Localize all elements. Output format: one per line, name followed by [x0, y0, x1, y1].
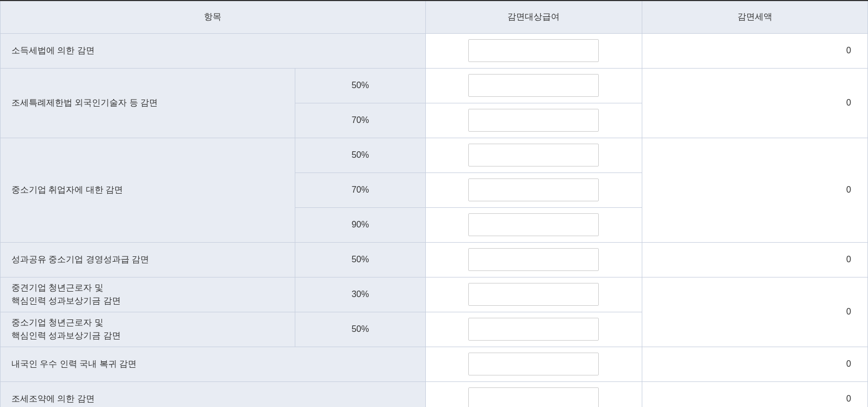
rate-sme-70: 70%	[295, 172, 425, 207]
header-eligible-salary: 감면대상급여	[425, 1, 642, 33]
input-cell	[425, 138, 642, 172]
input-cell	[425, 103, 642, 138]
table-row: 조세특례제한법 외국인기술자 등 감면 50% 0	[1, 68, 868, 103]
table-row: 중소기업 취업자에 대한 감면 50% 0	[1, 138, 868, 172]
amount-sme-employee: 0	[642, 138, 868, 242]
tax-reduction-table: 항목 감면대상급여 감면세액 소득세법에 의한 감면 0 조세특례제한법 외국인…	[0, 0, 868, 407]
rate-midsize-30: 30%	[295, 277, 425, 312]
input-cell	[425, 33, 642, 68]
rate-foreign-50: 50%	[295, 68, 425, 103]
salary-input-income-tax[interactable]	[468, 39, 599, 62]
row-label-foreign-engineer: 조세특례제한법 외국인기술자 등 감면	[1, 68, 295, 138]
rate-foreign-70: 70%	[295, 103, 425, 138]
amount-performance-sharing: 0	[642, 242, 868, 277]
row-label-sme-employee: 중소기업 취업자에 대한 감면	[1, 138, 295, 242]
rate-sme-90: 90%	[295, 207, 425, 242]
amount-youth-fund: 0	[642, 277, 868, 347]
table-row: 중견기업 청년근로자 및 핵심인력 성과보상기금 감면 30% 0	[1, 277, 868, 312]
table-row: 조세조약에 의한 감면 0	[1, 381, 868, 407]
input-cell	[425, 68, 642, 103]
row-label-tax-treaty: 조세조약에 의한 감면	[1, 381, 426, 407]
amount-tax-treaty: 0	[642, 381, 868, 407]
sme-youth-line2: 핵심인력 성과보상기금 감면	[11, 331, 121, 340]
row-label-sme-youth: 중소기업 청년근로자 및 핵심인력 성과보상기금 감면	[1, 312, 295, 347]
input-cell	[425, 312, 642, 347]
rate-sme-50: 50%	[295, 138, 425, 172]
table-row: 내국인 우수 인력 국내 복귀 감면 0	[1, 347, 868, 381]
input-cell	[425, 242, 642, 277]
salary-input-foreign-50[interactable]	[468, 74, 599, 97]
midsize-youth-line1: 중견기업 청년근로자 및	[11, 283, 103, 292]
input-cell	[425, 381, 642, 407]
input-cell	[425, 347, 642, 381]
input-cell	[425, 277, 642, 312]
amount-income-tax: 0	[642, 33, 868, 68]
salary-input-sme-70[interactable]	[468, 178, 599, 201]
salary-input-midsize-youth[interactable]	[468, 283, 599, 306]
salary-input-foreign-70[interactable]	[468, 109, 599, 132]
salary-input-sme-youth[interactable]	[468, 318, 599, 341]
table-header-row: 항목 감면대상급여 감면세액	[1, 1, 868, 33]
sme-youth-line1: 중소기업 청년근로자 및	[11, 318, 103, 327]
input-cell	[425, 207, 642, 242]
table-row: 소득세법에 의한 감면 0	[1, 33, 868, 68]
salary-input-performance[interactable]	[468, 248, 599, 271]
input-cell	[425, 172, 642, 207]
salary-input-sme-90[interactable]	[468, 213, 599, 236]
row-label-income-tax: 소득세법에 의한 감면	[1, 33, 426, 68]
header-item: 항목	[1, 1, 426, 33]
rate-sme-youth-50: 50%	[295, 312, 425, 347]
row-label-performance-sharing: 성과공유 중소기업 경영성과급 감면	[1, 242, 295, 277]
midsize-youth-line2: 핵심인력 성과보상기금 감면	[11, 296, 121, 305]
salary-input-tax-treaty[interactable]	[468, 387, 599, 407]
row-label-domestic-talent: 내국인 우수 인력 국내 복귀 감면	[1, 347, 426, 381]
header-reduced-tax: 감면세액	[642, 1, 868, 33]
rate-performance-50: 50%	[295, 242, 425, 277]
table-row: 성과공유 중소기업 경영성과급 감면 50% 0	[1, 242, 868, 277]
row-label-midsize-youth: 중견기업 청년근로자 및 핵심인력 성과보상기금 감면	[1, 277, 295, 312]
salary-input-domestic-talent[interactable]	[468, 353, 599, 375]
salary-input-sme-50[interactable]	[468, 144, 599, 166]
amount-domestic-talent: 0	[642, 347, 868, 381]
amount-foreign-engineer: 0	[642, 68, 868, 138]
